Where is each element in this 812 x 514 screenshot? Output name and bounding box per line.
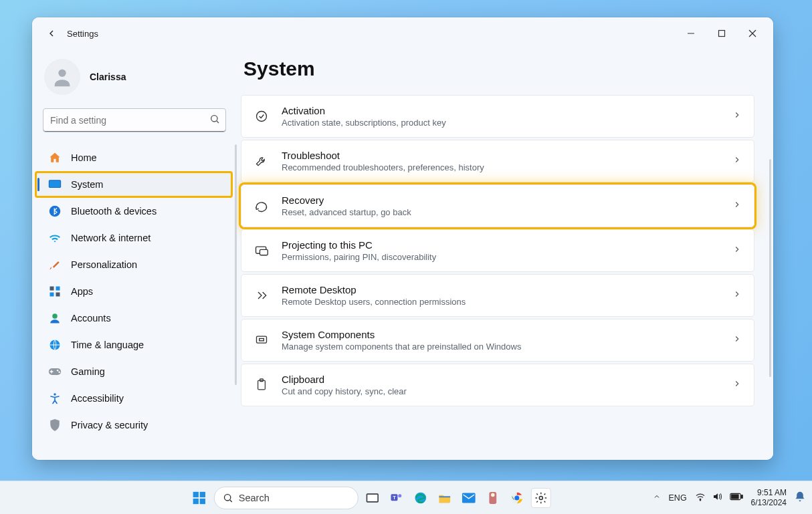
home-icon — [48, 151, 62, 164]
card-recovery[interactable]: Recovery Reset, advanced startup, go bac… — [241, 184, 754, 227]
tray-notifications-icon[interactable] — [795, 491, 805, 505]
taskbar-app-mail[interactable] — [459, 488, 479, 508]
svg-point-17 — [57, 370, 59, 372]
svg-rect-1 — [719, 31, 725, 37]
system-icon — [48, 178, 62, 191]
bluetooth-icon — [48, 205, 62, 218]
svg-rect-30 — [200, 498, 205, 503]
svg-rect-24 — [260, 339, 264, 341]
sidebar-item-privacy[interactable]: Privacy & security — [36, 412, 231, 438]
svg-line-32 — [230, 500, 232, 502]
taskbar-app-other[interactable] — [483, 488, 503, 508]
sidebar-item-gaming[interactable]: Gaming — [36, 358, 231, 385]
profile-block[interactable]: Clarissa — [32, 55, 237, 108]
svg-point-42 — [491, 493, 494, 496]
svg-rect-27 — [193, 491, 199, 497]
card-desc: Reset, advanced startup, go back — [282, 207, 720, 217]
check-circle-icon — [253, 108, 270, 124]
svg-point-18 — [58, 372, 60, 374]
taskbar-app-explorer[interactable] — [435, 488, 455, 508]
taskbar-search[interactable]: Search — [214, 487, 359, 509]
svg-point-4 — [58, 70, 66, 77]
sidebar-item-personalization[interactable]: Personalization — [36, 251, 231, 278]
svg-rect-8 — [49, 180, 61, 187]
svg-rect-29 — [193, 498, 199, 503]
tray-battery-icon[interactable] — [730, 493, 743, 503]
sidebar-item-apps[interactable]: Apps — [36, 278, 231, 305]
card-title: Troubleshoot — [282, 150, 720, 161]
shield-icon — [48, 418, 62, 432]
projecting-icon — [253, 243, 270, 259]
chevron-right-icon — [732, 245, 742, 257]
sidebar-item-label: Bluetooth & devices — [71, 206, 157, 217]
tray-language[interactable]: ENG — [669, 493, 687, 503]
card-system-components[interactable]: System Components Manage system componen… — [241, 319, 754, 362]
sidebar-item-network[interactable]: Network & internet — [36, 225, 231, 251]
tray-time: 9:51 AM — [751, 488, 787, 498]
chevron-right-icon — [732, 289, 742, 301]
close-button[interactable] — [737, 23, 768, 44]
start-button[interactable] — [189, 487, 210, 509]
sidebar-item-bluetooth[interactable]: Bluetooth & devices — [36, 198, 231, 225]
back-button[interactable] — [40, 22, 63, 45]
tray-wifi-icon[interactable] — [695, 492, 706, 503]
sidebar-item-label: Gaming — [71, 366, 105, 377]
svg-point-46 — [700, 500, 700, 501]
svg-rect-10 — [50, 287, 54, 291]
sidebar-item-label: Accounts — [71, 313, 111, 324]
content-pane: System Activation Activation state, subs… — [237, 49, 773, 460]
card-desc: Remote Desktop users, connection permiss… — [282, 297, 720, 307]
sidebar-item-accounts[interactable]: Accounts — [36, 305, 231, 332]
svg-point-20 — [257, 112, 267, 122]
maximize-button[interactable] — [706, 23, 737, 44]
card-projecting[interactable]: Projecting to this PC Permissions, pairi… — [241, 229, 754, 272]
svg-point-14 — [52, 313, 58, 319]
svg-rect-28 — [200, 491, 205, 497]
card-desc: Manage system components that are preins… — [282, 342, 720, 352]
sidebar-nav: Home System Bluetooth & devices — [32, 144, 237, 438]
gaming-icon — [48, 365, 62, 378]
svg-point-37 — [398, 494, 401, 497]
tray-clock[interactable]: 9:51 AM 6/13/2024 — [751, 488, 787, 508]
sidebar-item-accessibility[interactable]: Accessibility — [36, 385, 231, 412]
svg-rect-13 — [56, 293, 60, 297]
card-troubleshoot[interactable]: Troubleshoot Recommended troubleshooters… — [241, 140, 754, 182]
card-title: Recovery — [282, 195, 720, 206]
card-desc: Recommended troubleshooters, preferences… — [282, 162, 720, 172]
sidebar-item-label: Home — [71, 152, 97, 163]
card-desc: Activation state, subscriptions, product… — [282, 118, 720, 128]
chevron-right-icon — [732, 379, 742, 391]
sidebar: Clarissa Home — [32, 49, 237, 460]
recovery-icon — [253, 198, 270, 214]
search-box[interactable] — [43, 108, 226, 132]
clipboard-icon — [253, 377, 270, 393]
taskbar-app-teams[interactable]: T — [387, 488, 407, 508]
globe-icon — [48, 338, 62, 352]
taskbar-app-settings[interactable] — [531, 488, 551, 508]
account-icon — [48, 311, 62, 325]
card-title: Activation — [282, 105, 720, 116]
tray-chevron-icon[interactable] — [653, 493, 661, 503]
search-input[interactable] — [50, 115, 209, 126]
sidebar-item-home[interactable]: Home — [36, 144, 231, 171]
sidebar-item-label: Network & internet — [71, 233, 150, 243]
content-scrollbar[interactable] — [769, 159, 771, 377]
user-name: Clarissa — [90, 72, 126, 82]
taskbar-app-edge[interactable] — [411, 488, 431, 508]
minimize-button[interactable] — [676, 23, 706, 44]
svg-rect-12 — [50, 293, 54, 297]
card-clipboard[interactable]: Clipboard Cut and copy history, sync, cl… — [241, 364, 754, 406]
card-remote-desktop[interactable]: Remote Desktop Remote Desktop users, con… — [241, 274, 754, 317]
card-activation[interactable]: Activation Activation state, subscriptio… — [241, 95, 754, 138]
taskbar-app-taskview[interactable] — [363, 488, 383, 508]
svg-line-6 — [217, 121, 219, 123]
card-title: Remote Desktop — [282, 284, 720, 295]
card-title: Projecting to this PC — [282, 239, 720, 251]
taskbar-search-placeholder: Search — [239, 493, 270, 503]
main-area: Clarissa Home — [32, 49, 773, 460]
taskbar-app-chrome[interactable] — [507, 488, 527, 508]
sidebar-item-system[interactable]: System — [36, 171, 231, 198]
tray-volume-icon[interactable] — [712, 492, 723, 503]
accessibility-icon — [48, 392, 62, 405]
sidebar-item-time[interactable]: Time & language — [36, 332, 231, 358]
